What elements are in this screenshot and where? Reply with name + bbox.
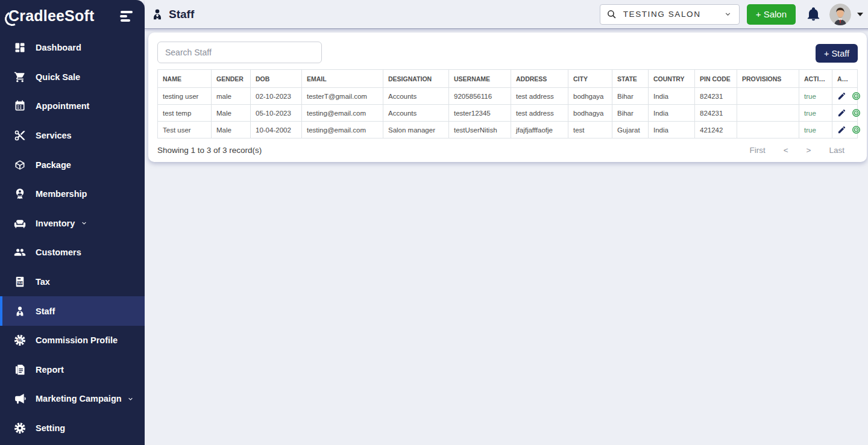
records-summary: Showing 1 to 3 of 3 record(s): [157, 146, 262, 155]
salon-selector-value: TESTING SALON: [623, 10, 701, 19]
active-status-cell: true: [799, 88, 832, 105]
sidebar-item-label: Dashboard: [36, 43, 81, 52]
column-header: DESIGNATION: [383, 70, 449, 88]
sidebar-item-label: Package: [36, 160, 71, 170]
profile-caret-icon[interactable]: [857, 13, 863, 16]
column-header: ACTIVE: [799, 70, 832, 88]
table-cell: Test user: [158, 122, 212, 138]
pagination-first[interactable]: First: [749, 146, 765, 155]
add-staff-button[interactable]: + Staff: [816, 44, 858, 63]
sidebar-item-label: Customers: [36, 247, 81, 257]
column-header: COUNTRY: [649, 70, 695, 88]
sidebar-item-dashboard[interactable]: Dashboard: [0, 33, 145, 63]
search-staff-input[interactable]: [157, 42, 322, 63]
pagination-last[interactable]: Last: [829, 146, 844, 155]
add-salon-button[interactable]: + Salon: [747, 4, 796, 25]
table-body: testing usermale02-10-2023testerT@gmail.…: [158, 88, 858, 138]
table-cell: India: [649, 88, 695, 105]
sidebar-item-staff[interactable]: Staff: [0, 296, 145, 326]
table-cell: Accounts: [383, 88, 449, 105]
column-header: DOB: [251, 70, 302, 88]
column-header: STATE: [612, 70, 649, 88]
page-title: Staff: [169, 8, 194, 21]
pagination-prev[interactable]: <: [784, 146, 788, 155]
card-toolbar: + Staff: [157, 42, 858, 63]
action-cell: [832, 122, 858, 138]
sidebar-item-setting[interactable]: Setting: [0, 414, 145, 443]
table-cell: jfajfjafffaofje: [511, 122, 568, 138]
salon-selector[interactable]: TESTING SALON: [600, 4, 740, 25]
column-header: NAME: [158, 70, 212, 88]
table-cell: 05-10-2023: [251, 105, 302, 122]
edit-pencil-icon[interactable]: [837, 92, 846, 101]
sidebar-item-label: Marketing Campaign: [36, 394, 122, 403]
table-cell: India: [649, 122, 695, 138]
sidebar-item-customers[interactable]: Customers: [0, 238, 145, 267]
table-cell: Accounts: [383, 105, 449, 122]
table-cell: Bihar: [612, 105, 649, 122]
customers-icon: [13, 246, 27, 259]
commission-icon: %: [13, 334, 27, 347]
column-header: ADDRESS: [511, 70, 568, 88]
table-cell: testerT@gmail.com: [302, 88, 383, 105]
sidebar-item-inventory[interactable]: Inventory: [0, 209, 145, 238]
page-title-wrap: Staff: [151, 8, 194, 21]
table-cell: [737, 105, 799, 122]
table-cell: [737, 122, 799, 138]
staff-card: + Staff NAMEGENDERDOBEMAILDESIGNATIONUSE…: [148, 33, 867, 162]
status-bullseye-icon[interactable]: [852, 125, 861, 134]
cart-icon: [13, 70, 27, 84]
megaphone-icon: [13, 392, 27, 405]
sidebar-item-package[interactable]: Package: [0, 150, 145, 179]
sidebar-item-report[interactable]: Report: [0, 355, 145, 385]
package-icon: [13, 158, 27, 172]
sidebar-item-label: Report: [36, 365, 64, 375]
action-cell: [832, 105, 858, 122]
search-icon: [606, 9, 617, 20]
table-row: Test userMale10-04-2002testing@email.com…: [158, 122, 858, 138]
table-cell: testing@email.com: [302, 122, 383, 138]
topbar: Staff TESTING SALON + Salon: [145, 0, 868, 29]
sidebar-item-services[interactable]: Services: [0, 121, 145, 151]
table-header-row: NAMEGENDERDOBEMAILDESIGNATIONUSERNAMEADD…: [158, 70, 858, 88]
sidebar-item-membership[interactable]: Membership: [0, 179, 145, 209]
table-cell: India: [649, 105, 695, 122]
sidebar-item-quick-sale[interactable]: Quick Sale: [0, 63, 145, 92]
status-bullseye-icon[interactable]: [852, 92, 861, 101]
status-bullseye-icon[interactable]: [852, 108, 861, 117]
avatar[interactable]: [829, 4, 851, 25]
edit-pencil-icon[interactable]: [837, 108, 846, 117]
membership-icon: [13, 187, 27, 201]
staff-icon: [13, 305, 27, 318]
app-logo: CradleeSoft: [8, 7, 95, 25]
table-cell: testing user: [158, 88, 212, 105]
edit-pencil-icon[interactable]: [837, 125, 846, 134]
table-cell: Male: [212, 122, 251, 138]
sidebar-item-tax[interactable]: TAXTax: [0, 267, 145, 297]
sidebar-item-commission-profile[interactable]: %Commission Profile: [0, 326, 145, 355]
scissors-icon: [13, 129, 27, 142]
notification-bell-icon[interactable]: [806, 7, 821, 22]
menu-toggle-icon[interactable]: [120, 8, 133, 24]
table-cell: testUserNitish: [449, 122, 511, 138]
pagination-next[interactable]: >: [807, 146, 811, 155]
sidebar-header: CradleeSoft: [0, 0, 145, 28]
sidebar-item-label: Appointment: [36, 101, 89, 111]
sidebar-nav: DashboardQuick SaleAppointmentServicesPa…: [0, 33, 145, 443]
sidebar-item-label: Services: [36, 131, 72, 140]
table-cell: 9205856116: [449, 88, 511, 105]
sidebar-item-label: Quick Sale: [36, 72, 80, 82]
sidebar-item-marketing-campaign[interactable]: Marketing Campaign: [0, 384, 145, 414]
table-cell: 824231: [695, 105, 737, 122]
table-cell: Gujarat: [612, 122, 649, 138]
report-icon: [13, 363, 27, 376]
table-cell: bodhgaya: [568, 88, 612, 105]
column-header: PROVISIONS: [737, 70, 799, 88]
sidebar-item-label: Commission Profile: [36, 335, 118, 345]
column-header: GENDER: [212, 70, 251, 88]
table-cell: [737, 88, 799, 105]
staff-page-icon: [151, 8, 164, 21]
action-cell: [832, 88, 858, 105]
table-cell: Male: [212, 105, 251, 122]
sidebar-item-appointment[interactable]: Appointment: [0, 92, 145, 121]
